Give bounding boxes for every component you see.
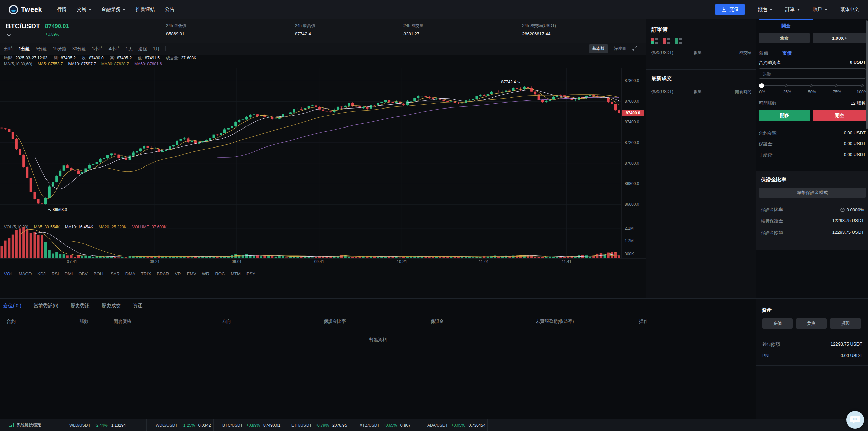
panel-scrollbar[interactable]	[866, 20, 868, 129]
pair-selector-chevron-down-icon[interactable]	[7, 33, 12, 38]
positions-tab[interactable]: 當前委託(0)	[34, 303, 58, 309]
timeframe-tabs: 分時1分鐘5分鐘15分鐘30分鐘1小時4小時1天週線1月	[4, 46, 165, 52]
nav-trade-label: 交易	[77, 6, 86, 13]
nav-announcement[interactable]: 公告	[165, 6, 174, 13]
timeframe-tab[interactable]: 1分鐘	[19, 46, 30, 52]
view-basic-button[interactable]: 基本版	[589, 44, 608, 53]
positions-column-header: 張數	[80, 318, 114, 325]
timeframe-tab[interactable]: 15分鐘	[53, 46, 66, 52]
nav-referral[interactable]: 推廣連結	[136, 6, 155, 13]
timeframe-tab[interactable]: 週線	[138, 46, 147, 52]
timeframe-tab[interactable]: 1月	[153, 46, 160, 52]
timeframe-tab[interactable]: 4小時	[109, 46, 120, 52]
indicator-tab-vr[interactable]: VR	[175, 271, 181, 276]
positions-tab[interactable]: 資產	[133, 303, 142, 309]
ticker-change: +0.89%	[246, 423, 260, 428]
order-type-limit-tab[interactable]: 限價	[759, 50, 768, 56]
candlestick-chart[interactable]: 87800.087600.087400.087200.087000.086800…	[0, 68, 646, 265]
brand-name[interactable]: Tweek	[21, 6, 42, 14]
timeframe-tab[interactable]: 5分鐘	[36, 46, 47, 52]
indicator-tab-obv[interactable]: OBV	[78, 271, 87, 276]
indicator-tab-macd[interactable]: MACD	[19, 271, 32, 276]
menu-wallet[interactable]: 錢包	[758, 6, 772, 13]
slider-label: 0%	[759, 90, 765, 94]
indicator-tab-psy[interactable]: PSY	[246, 271, 255, 276]
gauge-icon	[840, 208, 845, 212]
positions-tab[interactable]: 歷史委託	[71, 303, 90, 309]
ticker-item[interactable]: WLD/USDT+2.44%1.13294	[60, 419, 147, 431]
view-depth-button[interactable]: 深度圖	[611, 44, 629, 53]
ticker-item[interactable]: ETH/USDT+0.79%2076.95	[282, 419, 351, 431]
indicator-tab-vol[interactable]: VOL	[4, 271, 13, 276]
quantity-slider[interactable]	[761, 85, 864, 86]
menu-account-label: 賬戶	[813, 6, 822, 13]
quantity-input[interactable]	[759, 68, 866, 79]
pnl-label: PNL	[762, 353, 771, 358]
menu-language-label: 繁体中文	[840, 6, 859, 13]
assets-convert-button[interactable]: 兌換	[796, 318, 827, 329]
tab-open-position[interactable]: 開倉	[759, 23, 813, 29]
nav-finance[interactable]: 金融業務	[101, 6, 125, 13]
open-short-button[interactable]: 開空	[813, 110, 866, 121]
slider-label: 75%	[833, 90, 841, 94]
orderbook-layout-icons	[651, 37, 683, 45]
slider-thumb[interactable]	[759, 83, 764, 88]
orderbook-layout-both-icon[interactable]	[651, 37, 659, 45]
indicator-tab-dma[interactable]: DMA	[125, 271, 135, 276]
stat-value: 85869.01	[166, 31, 184, 36]
available-row: 可開張數 12 張數	[759, 100, 866, 106]
vol-legend-ma10: MA10: 16.454K	[65, 224, 93, 229]
margin-mode-button[interactable]: 全倉	[759, 33, 810, 43]
menu-orders[interactable]: 訂單	[785, 6, 800, 13]
positions-tab[interactable]: 倉位( 0 )	[3, 303, 21, 309]
indicator-tab-boll[interactable]: BOLL	[94, 271, 105, 276]
ohlc-info-line: 時間:2025-03-27 12:03開:87495.2收:87490.0高:8…	[4, 55, 202, 61]
brand-logo[interactable]	[9, 5, 18, 14]
indicator-tab-wr[interactable]: WR	[202, 271, 210, 276]
single-coin-margin-mode-button[interactable]: 單幣保證金模式	[759, 188, 866, 198]
timeframe-tab[interactable]: 分時	[4, 46, 13, 52]
vol-legend-ma20: MA20: 25.223K	[99, 224, 127, 229]
indicator-tab-brar[interactable]: BRAR	[157, 271, 169, 276]
orderbook-layout-bids-icon[interactable]	[675, 37, 683, 45]
order-type-market-tab[interactable]: 市價	[782, 50, 792, 56]
slider-tick-25[interactable]	[785, 84, 788, 87]
menu-account[interactable]: 賬戶	[813, 6, 827, 13]
open-long-button[interactable]: 開多	[759, 110, 810, 121]
indicator-tab-trix[interactable]: TRIX	[141, 271, 151, 276]
timeframe-tab[interactable]: 30分鐘	[72, 46, 86, 52]
ticker-item[interactable]: XTZ/USDT+0.65%0.807	[351, 419, 418, 431]
chat-widget-button[interactable]	[846, 411, 864, 429]
indicator-tab-dmi[interactable]: DMI	[65, 271, 73, 276]
indicator-tab-roc[interactable]: ROC	[215, 271, 225, 276]
slider-tick-75[interactable]	[835, 84, 838, 87]
trades-col-price: 價格(USDT)	[651, 89, 673, 95]
trades-title: 最新成交	[651, 75, 672, 82]
slider-tick-100[interactable]	[861, 84, 864, 87]
positions-tab[interactable]: 歷史成交	[102, 303, 121, 309]
indicator-tab-mtm[interactable]: MTM	[231, 271, 241, 276]
ticker-item[interactable]: ADA/USDT+0.05%0.736454	[418, 419, 488, 431]
ticker-item[interactable]: BTC/USDT+0.89%87490.01	[214, 419, 282, 431]
assets-deposit-button[interactable]: 充值	[762, 318, 793, 329]
indicator-tab-rsi[interactable]: RSI	[52, 271, 59, 276]
ticker-item[interactable]: WDC/USDT+1.25%0.0342	[147, 419, 214, 431]
assets-withdraw-button[interactable]: 提現	[830, 318, 861, 329]
pair-name[interactable]: BTC/USDT	[6, 22, 40, 30]
slider-tick-50[interactable]	[810, 84, 813, 87]
timeframe-tab[interactable]: 1小時	[92, 46, 103, 52]
orderbook-panel: 訂單簿 價格(USDT) 數量 成交額 87490.01 87490.01 最新…	[646, 19, 756, 298]
margin-ratio-row: 保證金比率 0.0000%	[761, 207, 864, 213]
indicator-tab-kdj[interactable]: KDJ	[37, 271, 46, 276]
nav-markets[interactable]: 行情	[57, 6, 66, 13]
deposit-button[interactable]: 充值	[715, 4, 745, 15]
nav-trade[interactable]: 交易	[77, 6, 91, 13]
leverage-button[interactable]: 1.00X	[813, 33, 866, 43]
timeframe-tab[interactable]: 1天	[126, 46, 133, 52]
margin-row: 保證金: 0.00 USDT	[759, 141, 866, 147]
orderbook-layout-asks-icon[interactable]	[663, 37, 671, 45]
menu-language[interactable]: 繁体中文	[840, 6, 859, 13]
indicator-tab-sar[interactable]: SAR	[111, 271, 120, 276]
chart-fullscreen-icon[interactable]	[632, 46, 637, 52]
indicator-tab-emv[interactable]: EMV	[187, 271, 196, 276]
